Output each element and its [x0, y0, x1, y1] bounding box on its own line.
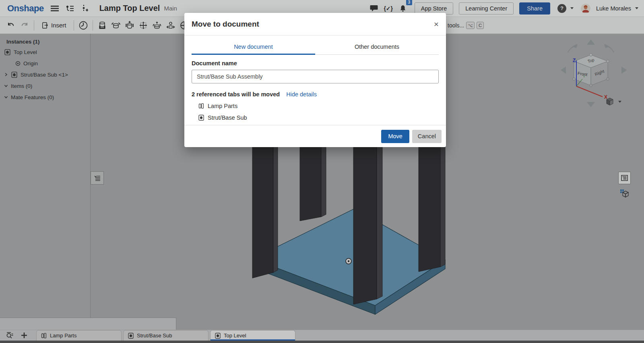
- cancel-button[interactable]: Cancel: [412, 130, 442, 143]
- assembly-icon: [198, 114, 204, 121]
- dialog-header: Move to document ×: [184, 13, 446, 35]
- referenced-tab-lamp-parts: Lamp Parts: [192, 103, 439, 109]
- dialog-footer: Move Cancel: [184, 125, 446, 147]
- tab-other-documents[interactable]: Other documents: [315, 39, 439, 54]
- referenced-tabs-heading: 2 referenced tabs will be moved: [192, 91, 280, 98]
- hide-details-link[interactable]: Hide details: [286, 91, 317, 98]
- document-name-input[interactable]: [192, 70, 439, 83]
- move-to-document-dialog: Move to document × New document Other do…: [184, 13, 446, 147]
- dialog-tabs: New document Other documents: [192, 39, 439, 55]
- dialog-title: Move to document: [192, 20, 259, 29]
- tab-new-document[interactable]: New document: [192, 39, 315, 55]
- close-icon[interactable]: ×: [434, 20, 439, 28]
- move-button[interactable]: Move: [381, 130, 409, 143]
- dialog-body: Document name 2 referenced tabs will be …: [184, 55, 446, 121]
- part-studio-icon: [198, 103, 204, 109]
- referenced-tab-strut-base-sub: Strut/Base Sub: [192, 114, 439, 121]
- document-name-label: Document name: [192, 60, 439, 67]
